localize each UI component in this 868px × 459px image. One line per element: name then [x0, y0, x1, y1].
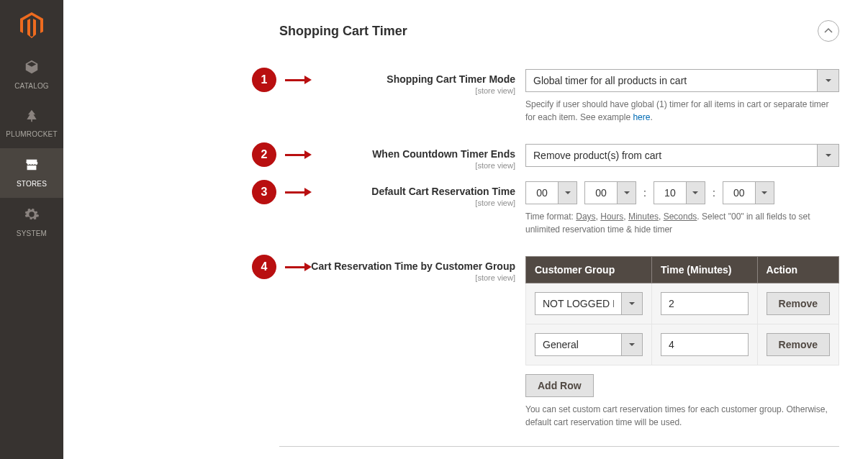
field-label-onend: When Countdown Timer Ends	[372, 148, 515, 160]
customer-group-table: Customer Group Time (Minutes) Action	[525, 256, 839, 365]
sidebar-item-catalog[interactable]: CATALOG	[0, 50, 63, 100]
sidebar-item-system[interactable]: SYSTEM	[0, 198, 63, 247]
group-value[interactable]	[535, 333, 621, 356]
collapse-button[interactable]	[818, 20, 839, 42]
field-label-mode: Shopping Cart Timer Mode	[386, 73, 515, 85]
minutes-value: 10	[654, 181, 687, 204]
onend-select[interactable]: Remove product(s) from cart	[525, 144, 839, 167]
chevron-down-icon	[559, 181, 577, 204]
remove-button[interactable]: Remove	[767, 333, 830, 356]
chevron-down-icon	[621, 333, 643, 356]
remove-button[interactable]: Remove	[767, 292, 830, 315]
chevron-up-icon	[824, 27, 833, 35]
admin-sidebar: CATALOG PLUMROCKET STORES SYSTEM	[0, 0, 63, 459]
store-icon	[0, 157, 63, 176]
annotation-2: 2	[252, 142, 312, 167]
sidebar-item-label: SYSTEM	[17, 230, 47, 237]
field-scope: [store view]	[279, 199, 515, 207]
time-input[interactable]	[661, 333, 749, 356]
mode-select[interactable]: Global timer for all products in cart	[525, 69, 839, 92]
sidebar-item-label: PLUMROCKET	[6, 130, 57, 138]
example-link[interactable]: here	[633, 112, 650, 122]
chevron-down-icon	[818, 144, 839, 167]
days-select[interactable]: 00	[525, 181, 577, 204]
annotation-1: 1	[252, 68, 312, 92]
table-row: Remove	[526, 283, 839, 324]
main-content: Shopping Cart Timer 1 Shopping Cart Time…	[63, 0, 868, 459]
group-select[interactable]	[535, 333, 643, 356]
col-action: Action	[757, 257, 838, 283]
by-group-hint: You can set custom cart reservation time…	[525, 403, 839, 429]
col-time: Time (Minutes)	[652, 257, 758, 283]
magento-logo[interactable]	[20, 0, 43, 50]
default-time-hint: Time format: Days, Hours, Minutes, Secon…	[525, 210, 839, 236]
annotation-3: 3	[252, 180, 312, 204]
days-value: 00	[525, 181, 559, 204]
sidebar-item-label: CATALOG	[14, 82, 49, 90]
hours-value: 00	[584, 181, 618, 204]
group-value[interactable]	[535, 292, 621, 315]
onend-select-value: Remove product(s) from cart	[525, 144, 818, 167]
field-scope: [store view]	[279, 86, 515, 95]
annotation-4: 4	[252, 255, 312, 279]
add-row-button[interactable]: Add Row	[525, 374, 594, 397]
chevron-down-icon	[618, 181, 636, 204]
tree-icon	[0, 109, 63, 126]
chevron-down-icon	[687, 181, 705, 204]
minutes-select[interactable]: 10	[654, 181, 705, 204]
sidebar-item-plumrocket[interactable]: PLUMROCKET	[0, 100, 63, 148]
chevron-down-icon	[818, 69, 839, 92]
time-input[interactable]	[661, 292, 749, 315]
gear-icon	[0, 206, 63, 225]
field-label-default-time: Default Cart Reservation Time	[371, 186, 515, 197]
mode-select-value: Global timer for all products in cart	[525, 69, 818, 92]
col-customer-group: Customer Group	[526, 257, 652, 283]
section-title: Shopping Cart Timer	[279, 24, 407, 39]
section-shopping-cart-timer: Shopping Cart Timer	[279, 14, 839, 49]
table-row: Remove	[526, 324, 839, 365]
mode-hint: Specify if user should have global (1) t…	[525, 98, 839, 124]
sidebar-item-stores[interactable]: STORES	[0, 148, 63, 198]
group-select[interactable]	[535, 292, 643, 315]
cube-icon	[0, 59, 63, 78]
sidebar-item-label: STORES	[17, 180, 47, 188]
seconds-select[interactable]: 00	[723, 181, 774, 204]
seconds-value: 00	[723, 181, 756, 204]
field-label-by-group: Cart Reservation Time by Customer Group	[311, 260, 515, 272]
chevron-down-icon	[621, 292, 643, 315]
field-scope: [store view]	[279, 273, 515, 282]
field-scope: [store view]	[279, 161, 515, 170]
chevron-down-icon	[756, 181, 774, 204]
section-divider	[279, 446, 839, 447]
hours-select[interactable]: 00	[584, 181, 636, 204]
